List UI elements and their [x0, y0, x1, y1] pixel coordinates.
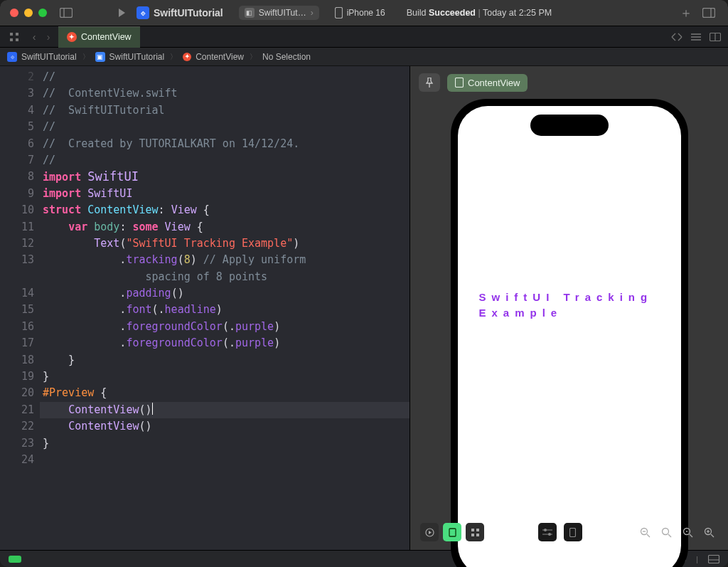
svg-rect-8 [16, 38, 18, 41]
run-destination[interactable]: iPhone 16 [335, 5, 391, 21]
svg-line-35 [711, 534, 714, 537]
dynamic-island [530, 115, 609, 136]
zoom-fit-button[interactable] [678, 523, 697, 541]
svg-line-32 [690, 534, 692, 537]
window-titlebar: ⟐ SwiftUITutorial ◧ SwiftUITut… › iPhone… [0, 0, 728, 26]
zoom-in-button[interactable] [700, 523, 718, 541]
variants-button[interactable] [466, 523, 484, 541]
app-icon: ⟐ [136, 6, 149, 19]
nav-back-button[interactable]: ‹ [27, 31, 41, 43]
project-icon: ⟐ [7, 52, 17, 62]
preview-device-button[interactable] [564, 523, 582, 541]
svg-rect-2 [335, 8, 342, 18]
svg-rect-18 [476, 529, 479, 531]
chevron-right-icon: 〉 [250, 52, 257, 62]
folder-icon: ▣ [95, 52, 105, 62]
related-items-button[interactable] [4, 32, 24, 42]
svg-rect-6 [16, 33, 18, 36]
traffic-lights [10, 9, 47, 17]
svg-rect-16 [449, 529, 456, 536]
breadcrumb-file[interactable]: ContentView [196, 52, 244, 62]
preview-label: ContentView [468, 78, 520, 88]
nav-forward-button[interactable]: › [41, 31, 55, 43]
svg-point-33 [686, 531, 687, 532]
svg-point-29 [662, 528, 668, 534]
preview-text: SwiftUI Tracking Example [458, 290, 681, 322]
swift-file-icon: ✦ [67, 32, 77, 42]
activity-status[interactable]: Build Succeeded | Today at 2:25 PM [407, 8, 552, 18]
svg-rect-7 [10, 38, 13, 41]
svg-rect-20 [476, 534, 479, 536]
code-content[interactable]: //// ContentView.swift// SwiftUITutorial… [43, 66, 410, 550]
live-preview-button[interactable] [420, 523, 439, 541]
editor-split: 23456789101112131415161718192021222324 /… [0, 66, 728, 550]
svg-rect-0 [60, 9, 73, 18]
svg-line-27 [647, 534, 650, 537]
device-name: iPhone 16 [347, 8, 385, 18]
svg-rect-19 [471, 534, 474, 536]
chevron-right-icon: 〉 [82, 52, 90, 62]
svg-line-30 [668, 534, 671, 537]
build-time: Today at 2:25 PM [483, 8, 552, 18]
jump-bar-icon[interactable] [671, 33, 682, 41]
editor-tabbar: ‹ › ✦ ContentView [0, 26, 728, 48]
toggle-inspector-button[interactable] [700, 5, 718, 21]
device-screen[interactable]: SwiftUI Tracking Example [458, 106, 681, 567]
breadcrumb-project[interactable]: SwiftUITutorial [21, 52, 77, 62]
source-editor[interactable]: 23456789101112131415161718192021222324 /… [0, 66, 410, 550]
svg-rect-17 [471, 529, 474, 531]
zoom-out-button[interactable] [636, 523, 654, 541]
window-minimize-button[interactable] [24, 9, 33, 17]
chevron-right-icon: 〉 [170, 52, 177, 62]
svg-rect-5 [10, 33, 13, 36]
scheme-name: SwiftUITutorial [154, 7, 223, 18]
line-gutter: 23456789101112131415161718192021222324 [0, 66, 43, 550]
history-nav: ‹ › [27, 31, 55, 43]
library-button[interactable]: ＋ [680, 4, 692, 21]
selectable-preview-button[interactable] [443, 523, 461, 541]
swift-file-icon: ✦ [183, 53, 191, 61]
breadcrumb-selection[interactable]: No Selection [262, 52, 311, 62]
svg-rect-25 [570, 528, 576, 536]
window-zoom-button[interactable] [38, 9, 47, 17]
tab-label: ContentView [81, 32, 132, 42]
editor-layout-button[interactable] [710, 33, 721, 41]
scheme-short-label: SwiftUITut… [259, 8, 306, 18]
phone-icon [335, 7, 343, 18]
device-settings-button[interactable] [538, 523, 557, 541]
preview-selector[interactable]: ContentView [447, 74, 528, 92]
device-frame: SwiftUI Tracking Example [451, 99, 688, 567]
preview-file-icon [455, 78, 464, 88]
scheme-selector[interactable]: ⟐ SwiftUITutorial [136, 6, 223, 19]
chevron-right-icon: › [311, 8, 314, 18]
breadcrumb-folder[interactable]: SwiftUITutorial [109, 52, 165, 62]
run-button[interactable] [112, 5, 131, 21]
scheme-pill[interactable]: ◧ SwiftUITut… › [239, 6, 319, 20]
adjust-editor-button[interactable] [691, 33, 701, 41]
preview-canvas: ContentView SwiftUI Tracking Example [410, 66, 728, 550]
svg-rect-3 [703, 9, 715, 18]
build-result: Succeeded [429, 8, 476, 18]
tab-contentview[interactable]: ✦ ContentView [58, 26, 140, 48]
zoom-actual-button[interactable] [657, 523, 675, 541]
pin-preview-button[interactable] [419, 73, 440, 92]
window-close-button[interactable] [10, 9, 18, 17]
jump-bar[interactable]: ⟐ SwiftUITutorial 〉 ▣ SwiftUITutorial 〉 … [0, 48, 728, 66]
svg-rect-14 [456, 78, 464, 88]
app-mini-icon: ◧ [245, 8, 255, 18]
canvas-toolbar [410, 523, 728, 541]
toggle-debug-area-button[interactable] [708, 555, 719, 563]
svg-rect-38 [709, 555, 719, 563]
toggle-navigator-button[interactable] [57, 5, 75, 21]
status-indicator[interactable] [9, 556, 21, 563]
